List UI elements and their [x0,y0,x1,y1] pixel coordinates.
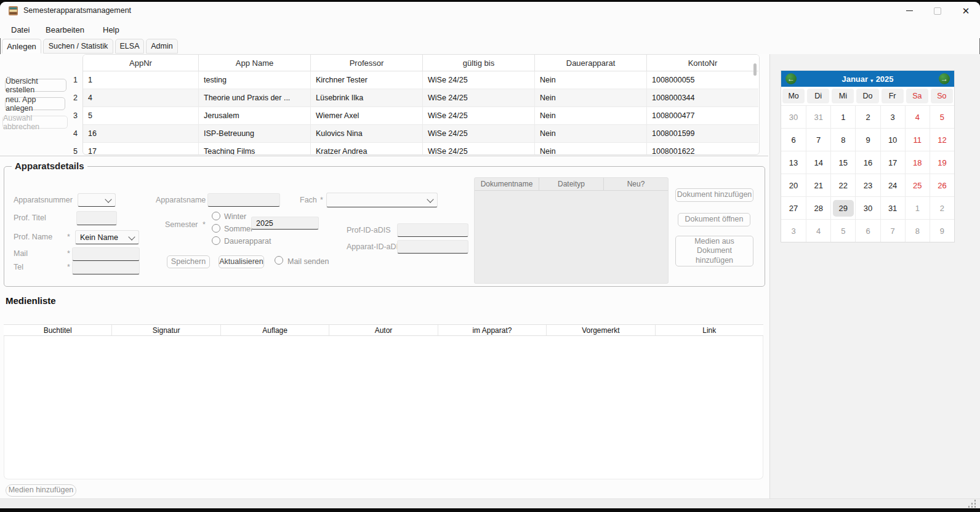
calendar-title[interactable]: Januar▾ 2025 [841,74,893,84]
calendar-day[interactable]: 31 [880,196,905,219]
neu-app-anlegen-button[interactable]: neu. App anlegen [5,97,65,110]
calendar-prev-arrow-icon[interactable]: ← [785,73,797,84]
calendar-day[interactable]: 30 [781,105,806,128]
calendar-month[interactable]: Januar [841,74,868,84]
calendar-day[interactable]: 24 [880,174,905,196]
prof-name-combobox[interactable]: Kein Name [75,230,139,244]
dokumente-table[interactable]: DokumentnameDateitypNeu? [474,177,669,284]
calendar-today: 29 [833,200,854,217]
calendar-day[interactable]: 20 [781,174,806,196]
medienliste-body[interactable] [4,336,763,479]
close-button[interactable]: ✕ [952,2,980,20]
tab-elsa[interactable]: ELSA [115,39,144,54]
calendar-day[interactable]: 21 [806,174,830,196]
calendar-day[interactable]: 8 [830,128,855,151]
calendar-day[interactable]: 5 [830,219,855,242]
dokument-hinzufuegen-button[interactable]: Dokument hinzufügen [675,188,753,202]
table-cell: Nein [535,71,647,89]
tab-suchen-statistik[interactable]: Suchen / Statistik [43,39,113,54]
dauerapparat-radio[interactable] [212,236,220,245]
maximize-button[interactable] [923,2,952,20]
calendar-day[interactable]: 13 [781,151,806,174]
table-row[interactable]: 17Teaching FilmsKratzer AndreaWiSe 24/25… [83,143,759,155]
table-row[interactable]: 4Theorie und Praxis der ...Lüsebrink Ilk… [83,89,759,107]
apparatsname-field[interactable] [207,193,280,207]
tab-admin[interactable]: Admin [146,39,178,54]
tel-field[interactable] [72,261,140,274]
calendar-day-name: So [931,89,953,103]
calendar-day[interactable]: 10 [880,128,905,151]
calendar-day[interactable]: 31 [806,105,830,128]
calendar-day[interactable]: 15 [830,151,855,174]
calendar-day[interactable]: 18 [905,151,930,174]
calendar-day[interactable]: 9 [930,219,954,242]
medien-column-header: Auflage [221,325,329,335]
auswahl-abbrechen-button[interactable]: Auswahl abbrechen [2,116,68,129]
calendar-day[interactable]: 2 [930,196,954,219]
uebersicht-erstellen-button[interactable]: Übersicht erstellen [5,79,66,92]
resize-grip-icon[interactable] [967,500,976,508]
table-row[interactable]: 1testingKirchner TesterWiSe 24/25Nein100… [83,71,759,89]
winter-radio[interactable] [212,212,220,220]
calendar-day[interactable]: 1 [830,105,855,128]
calendar-day[interactable]: 6 [781,128,806,151]
calendar-day[interactable]: 2 [855,105,880,128]
calendar-day[interactable]: 12 [930,128,954,151]
fach-combobox[interactable] [326,193,438,207]
calendar-day[interactable]: 7 [806,128,830,151]
calendar-day[interactable]: 8 [905,219,930,242]
winter-radio-label: Winter [224,212,246,221]
mail-senden-radio[interactable] [275,256,283,265]
prof-id-adis-field[interactable] [397,223,468,237]
menu-help[interactable]: Help [100,24,122,36]
menu-bearbeiten[interactable]: Bearbeiten [43,24,87,36]
calendar-day[interactable]: 19 [930,151,954,174]
calendar-day[interactable]: 16 [855,151,880,174]
calendar-day[interactable]: 14 [806,151,830,174]
calendar-year[interactable]: 2025 [876,74,894,84]
calendar-day[interactable]: 4 [806,219,830,242]
minimize-button[interactable] [895,2,923,20]
tab-anlegen[interactable]: Anlegen [2,39,41,54]
table-row[interactable]: 16ISP-BetreuungKulovics NinaWiSe 24/25Ne… [83,125,759,143]
calendar-day[interactable]: 3 [781,219,806,242]
calendar-day[interactable]: 26 [930,174,954,196]
medien-aus-dokument-button[interactable]: Medien aus Dokument hinzufügen [675,236,753,266]
calendar-day[interactable]: 22 [830,174,855,196]
calendar-next-arrow-icon[interactable]: → [939,73,950,84]
apps-table[interactable]: AppNrApp NameProfessorgültig bisDauerapp… [82,54,760,155]
calendar-day[interactable]: 30 [855,196,880,219]
speichern-button[interactable]: Speichern [167,255,210,268]
calendar-day[interactable]: 4 [905,105,930,128]
apparat-id-adis-field[interactable] [397,240,468,254]
calendar-day[interactable]: 28 [806,196,830,219]
calendar-day[interactable]: 23 [855,174,880,196]
apps-table-row-numbers: 12345 [69,54,82,155]
calendar-day[interactable]: 5 [930,105,954,128]
medien-hinzufuegen-button[interactable]: Medien hinzufügen [6,484,76,497]
calendar-day[interactable]: 25 [905,174,930,196]
apps-column-header: App Name [199,55,311,71]
calendar-day[interactable]: 7 [880,219,905,242]
calendar-day[interactable]: 17 [880,151,905,174]
calendar: ← Januar▾ 2025 → MoDiMiDoFrSaSo 30311234… [781,70,955,242]
calendar-day-name: Sa [906,89,928,103]
table-row[interactable]: 5JerusalemWiemer AxelWiSe 24/25Nein10080… [83,107,759,125]
prof-titel-field[interactable] [76,211,117,225]
calendar-day[interactable]: 9 [855,128,880,151]
calendar-day[interactable]: 3 [880,105,905,128]
calendar-day[interactable]: 1 [905,196,930,219]
sommer-radio[interactable] [212,224,220,233]
apps-table-scrollbar[interactable] [753,63,757,76]
mail-field[interactable] [72,247,140,261]
semester-year-field[interactable]: 2025 [251,217,319,230]
calendar-day[interactable]: 11 [905,128,930,151]
menu-datei[interactable]: Datei [9,24,32,36]
calendar-day[interactable]: 6 [855,219,880,242]
calendar-day[interactable]: 29 [830,196,855,219]
table-cell: 16 [83,125,199,143]
calendar-day[interactable]: 27 [781,196,806,219]
dokument-oeffnen-button[interactable]: Dokument öffnen [678,213,750,226]
apparatsnummer-combobox[interactable] [78,193,116,207]
aktualisieren-button[interactable]: Aktualisieren [219,255,264,268]
